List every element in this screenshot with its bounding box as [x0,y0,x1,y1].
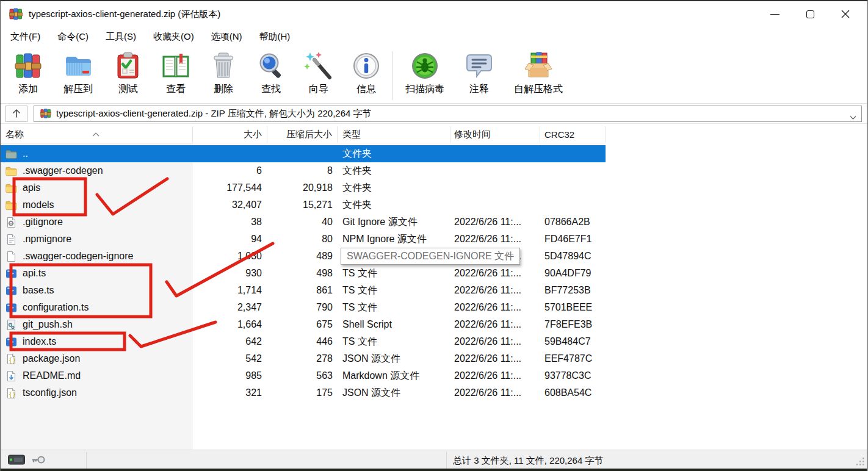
column-header-modified[interactable]: 修改时间 [450,126,540,143]
file-size-cell: 94 [193,234,267,245]
file-packed-size-cell: 489 [267,251,338,262]
text-file-icon [5,234,17,245]
file-name-cell: .npmignore [1,234,193,245]
totals-text: 总计 3 文件夹, 11 文件, 220,264 字节 [453,455,603,467]
file-row-.gitignore[interactable]: .gitignore3840Git Ignore 源文件2022/6/26 11… [1,214,606,231]
file-row-apis[interactable]: apis177,54420,918文件夹 [1,179,606,196]
navigate-up-button[interactable] [5,106,27,122]
file-type-cell: JSON 源文件 [338,387,450,400]
file-type-cell: TS 文件 [338,267,450,280]
file-name-cell: git_push.sh [1,319,193,331]
column-header-type[interactable]: 类型 [338,126,450,143]
file-name-cell: base.ts [1,285,193,297]
file-row-git_push.sh[interactable]: git_push.sh1,664675Shell Script2022/6/26… [1,316,606,333]
menu-file[interactable]: 文件(F) [2,28,49,46]
menu-help[interactable]: 帮助(H) [250,28,298,46]
extract-to-button-label: 解压到 [63,83,93,96]
file-row-index.ts[interactable]: index.ts642446TS 文件2022/6/26 11:...59B48… [1,333,606,350]
statusbar-separator [86,452,87,469]
view-icon [161,51,190,81]
column-header-crc32[interactable]: CRC32 [540,126,606,143]
file-name-cell: apis [1,182,193,194]
menu-favorites[interactable]: 收藏夹(O) [145,28,203,46]
minimize-button[interactable] [757,1,792,27]
file-packed-size-cell: 8 [267,165,338,176]
file-row-package.json[interactable]: {}package.json542278JSON 源文件2022/6/26 11… [1,350,606,367]
drive-status-icon[interactable] [8,455,25,465]
file-name-cell: models [1,200,193,211]
file-size-cell: 6 [193,165,267,176]
sfx-button[interactable]: 自解压格式 [503,51,574,96]
json-file-icon: {} [5,353,17,365]
file-row-.swagger-codegen[interactable]: .swagger-codegen68文件夹 [1,162,606,179]
file-row-parent[interactable]: ..文件夹 [1,145,606,162]
file-packed-size-cell: 675 [267,319,338,330]
column-header-packed[interactable]: 压缩后大小 [267,126,338,143]
file-row-README.md[interactable]: README.md985563Markdown 源文件2022/6/26 11:… [1,367,606,384]
statusbar-separator [446,452,447,469]
info-icon [352,51,381,81]
file-crc32-cell: 5701BEEE [540,302,606,313]
file-type-cell: 文件夹 [338,165,450,178]
virus-scan-button[interactable]: 扫描病毒 [394,51,455,96]
file-crc32-cell: 608BA54C [540,387,606,398]
view-button-label: 查看 [166,83,186,96]
toolbar: 添加 解压到 [1,47,867,104]
comment-button[interactable]: 注释 [455,51,503,96]
maximize-button[interactable] [792,1,828,27]
close-button[interactable] [828,1,863,27]
archive-path-dropdown[interactable]: typescript-axios-client-generated.zip - … [34,106,862,122]
menu-options[interactable]: 选项(N) [203,28,251,46]
file-size-cell: 1,714 [193,285,267,296]
file-name: api.ts [23,268,46,279]
ts-file-icon [5,285,17,297]
status-bar: 总计 3 文件夹, 11 文件, 220,264 字节 [1,450,867,471]
column-header-name[interactable]: 名称 [1,126,193,143]
file-type-cell: NPM Ignore 源文件 [338,233,450,246]
comment-button-label: 注释 [469,83,489,96]
file-name-cell: .. [1,148,193,160]
file-type-cell: 文件夹 [338,148,450,160]
file-row-base.ts[interactable]: base.ts1,714861TS 文件2022/6/26 11:...BF77… [1,282,606,299]
chevron-down-icon[interactable] [850,112,856,122]
file-crc32-cell: 90A4DF79 [540,268,606,279]
file-name-cell: {}tsconfig.json [1,387,193,399]
blank-file-icon [5,251,17,262]
file-row-tsconfig.json[interactable]: {}tsconfig.json321175JSON 源文件2022/6/26 1… [1,384,606,401]
menu-tools[interactable]: 工具(S) [97,28,145,46]
file-packed-size-cell: 498 [267,268,338,279]
file-modified-cell: 2022/6/26 11:... [450,302,540,313]
test-button[interactable]: 测试 [104,51,152,96]
resize-grip-icon[interactable] [856,458,865,468]
add-button[interactable]: 添加 [4,51,52,96]
file-row-configuration.ts[interactable]: configuration.ts2,347790TS 文件2022/6/26 1… [1,299,606,316]
file-type-cell: TS 文件 [338,284,450,297]
file-row-api.ts[interactable]: api.ts930498TS 文件2022/6/26 11:...90A4DF7… [1,265,606,282]
file-size-cell: 38 [193,217,267,228]
column-header-size[interactable]: 大小 [193,126,267,143]
file-name: .swagger-codegen-ignore [23,251,133,262]
up-arrow-icon [12,109,21,118]
file-row-models[interactable]: models32,40715,271文件夹 [1,196,606,214]
file-size-cell: 642 [193,336,267,347]
delete-button[interactable]: 删除 [200,51,247,96]
wizard-button[interactable]: 向导 [295,51,342,96]
winrar-window: typescript-axios-client-generated.zip (评… [0,0,868,471]
menu-commands[interactable]: 命令(C) [49,28,97,46]
extract-to-button[interactable]: 解压到 [52,51,104,96]
view-button[interactable]: 查看 [152,51,200,96]
sfx-button-label: 自解压格式 [514,83,563,96]
file-row-.npmignore[interactable]: .npmignore9480NPM Ignore 源文件2022/6/26 11… [1,231,606,248]
file-size-cell: 321 [193,387,267,398]
add-button-label: 添加 [18,83,38,96]
delete-button-label: 删除 [214,83,233,96]
file-crc32-cell: BF77253B [540,285,606,296]
key-icon[interactable] [31,455,46,465]
file-name-cell: README.md [1,370,193,382]
file-crc32-cell: EEF4787C [540,353,606,364]
file-crc32-cell: FD46E7F1 [540,234,606,245]
file-packed-size-cell: 15,271 [267,200,338,210]
info-button[interactable]: 信息 [342,51,390,96]
find-button[interactable]: 查找 [247,51,295,96]
file-modified-cell: 2022/6/26 11:... [450,285,540,296]
